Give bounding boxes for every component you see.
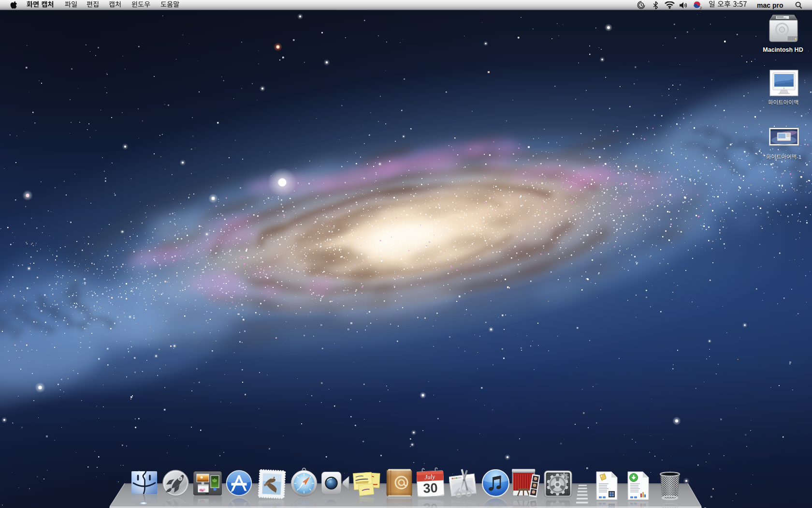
svg-text:30: 30: [423, 480, 438, 496]
svg-text:-1: -1: [797, 154, 801, 160]
svg-text:2: 2: [700, 6, 702, 10]
svg-text:July: July: [424, 473, 435, 481]
